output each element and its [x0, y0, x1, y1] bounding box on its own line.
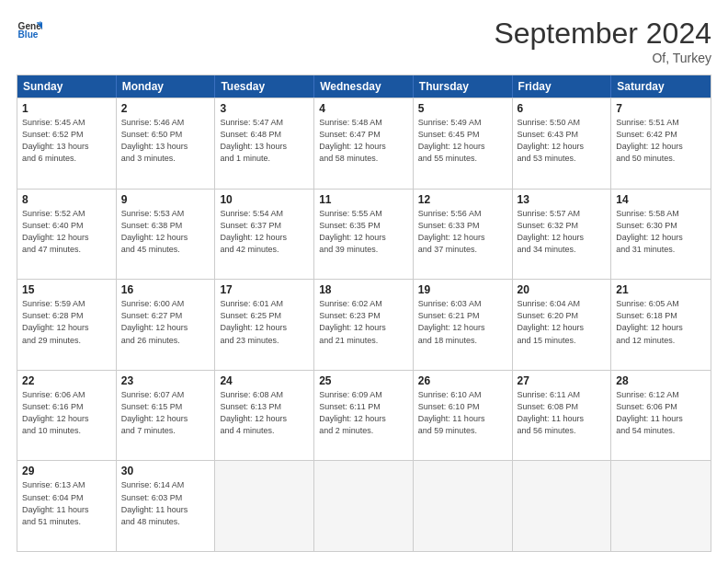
day-number: 21 [616, 283, 706, 296]
weekday-header: Thursday [414, 75, 513, 98]
day-number: 11 [319, 193, 408, 206]
day-info-line: Sunrise: 5:47 AM [220, 117, 309, 128]
day-info-line: and 48 minutes. [121, 516, 210, 527]
calendar-day-cell: 20Sunrise: 6:04 AMSunset: 6:20 PMDayligh… [513, 280, 612, 370]
day-info-line: and 58 minutes. [319, 153, 408, 164]
day-info-line: and 39 minutes. [319, 244, 408, 255]
day-number: 4 [319, 102, 408, 115]
day-info-line: Sunset: 6:13 PM [220, 401, 309, 412]
weekday-header: Saturday [611, 75, 711, 98]
day-info-line: Daylight: 13 hours [22, 141, 111, 152]
month-title: September 2024 [494, 17, 711, 51]
title-block: September 2024 Of, Turkey [494, 17, 711, 65]
day-info-line: Sunset: 6:35 PM [319, 220, 408, 231]
day-info-line: Daylight: 12 hours [616, 232, 706, 243]
svg-text:Blue: Blue [18, 29, 39, 40]
calendar-body: 1Sunrise: 5:45 AMSunset: 6:52 PMDaylight… [17, 98, 711, 551]
day-info-line: Daylight: 12 hours [319, 322, 408, 333]
day-info-line: Sunrise: 6:13 AM [22, 479, 111, 490]
day-info-line: Daylight: 13 hours [121, 141, 210, 152]
day-info-line: Sunrise: 6:09 AM [319, 389, 408, 400]
calendar-day-cell [414, 461, 513, 551]
day-info-line: and 31 minutes. [616, 244, 706, 255]
calendar-day-cell: 18Sunrise: 6:02 AMSunset: 6:23 PMDayligh… [314, 280, 414, 370]
day-info-line: Daylight: 12 hours [121, 413, 210, 424]
day-info-line: Daylight: 13 hours [220, 141, 309, 152]
day-info-line: Daylight: 12 hours [121, 322, 210, 333]
day-info-line: Sunset: 6:43 PM [518, 129, 607, 140]
day-info-line: Sunset: 6:42 PM [616, 129, 706, 140]
day-info-line: Sunrise: 6:14 AM [121, 479, 210, 490]
header: General Blue September 2024 Of, Turkey [17, 17, 711, 65]
calendar-day-cell: 5Sunrise: 5:49 AMSunset: 6:45 PMDaylight… [414, 98, 513, 189]
day-info-line: Sunset: 6:38 PM [121, 220, 210, 231]
calendar: SundayMondayTuesdayWednesdayThursdayFrid… [17, 75, 711, 552]
calendar-day-cell: 19Sunrise: 6:03 AMSunset: 6:21 PMDayligh… [414, 280, 513, 370]
day-info-line: Sunset: 6:03 PM [121, 492, 210, 503]
location-subtitle: Of, Turkey [494, 51, 711, 65]
calendar-day-cell: 17Sunrise: 6:01 AMSunset: 6:25 PMDayligh… [215, 280, 314, 370]
day-info-line: and 7 minutes. [121, 425, 210, 436]
day-info-line: Sunset: 6:37 PM [220, 220, 309, 231]
day-info-line: Sunset: 6:27 PM [121, 310, 210, 321]
day-info-line: Sunrise: 5:58 AM [616, 208, 706, 219]
day-info-line: Sunset: 6:33 PM [418, 220, 507, 231]
weekday-header: Monday [117, 75, 216, 98]
calendar-week-row: 8Sunrise: 5:52 AMSunset: 6:40 PMDaylight… [17, 189, 711, 280]
day-info-line: Daylight: 12 hours [319, 413, 408, 424]
day-info-line: Daylight: 12 hours [518, 322, 607, 333]
day-info-line: and 47 minutes. [22, 244, 111, 255]
day-info-line: Daylight: 12 hours [22, 232, 111, 243]
day-info-line: Daylight: 12 hours [616, 141, 706, 152]
day-info-line: Daylight: 12 hours [220, 322, 309, 333]
day-number: 7 [616, 102, 706, 115]
day-info-line: Sunrise: 6:08 AM [220, 389, 309, 400]
calendar-week-row: 29Sunrise: 6:13 AMSunset: 6:04 PMDayligh… [17, 460, 711, 551]
day-info-line: and 45 minutes. [121, 244, 210, 255]
day-info-line: Daylight: 11 hours [518, 413, 607, 424]
calendar-week-row: 15Sunrise: 5:59 AMSunset: 6:28 PMDayligh… [17, 279, 711, 370]
day-info-line: Daylight: 12 hours [518, 232, 607, 243]
calendar-day-cell [314, 461, 414, 551]
calendar-day-cell: 10Sunrise: 5:54 AMSunset: 6:37 PMDayligh… [215, 190, 314, 280]
day-info-line: Sunset: 6:47 PM [319, 129, 408, 140]
calendar-day-cell: 13Sunrise: 5:57 AMSunset: 6:32 PMDayligh… [513, 190, 612, 280]
day-number: 16 [121, 283, 210, 296]
day-info-line: Daylight: 12 hours [616, 322, 706, 333]
day-info-line: Sunset: 6:10 PM [418, 401, 507, 412]
day-number: 9 [121, 193, 210, 206]
day-info-line: and 34 minutes. [518, 244, 607, 255]
day-number: 8 [22, 193, 111, 206]
day-info-line: Daylight: 11 hours [418, 413, 507, 424]
day-info-line: Sunrise: 5:45 AM [22, 117, 111, 128]
day-info-line: Sunset: 6:28 PM [22, 310, 111, 321]
weekday-header: Wednesday [314, 75, 414, 98]
calendar-day-cell: 30Sunrise: 6:14 AMSunset: 6:03 PMDayligh… [117, 461, 216, 551]
day-info-line: and 15 minutes. [518, 335, 607, 346]
day-info-line: Sunset: 6:06 PM [616, 401, 706, 412]
day-info-line: Sunrise: 6:07 AM [121, 389, 210, 400]
day-info-line: Daylight: 12 hours [220, 413, 309, 424]
day-info-line: and 59 minutes. [418, 425, 507, 436]
day-info-line: and 50 minutes. [616, 153, 706, 164]
day-number: 12 [418, 193, 507, 206]
calendar-day-cell: 7Sunrise: 5:51 AMSunset: 6:42 PMDaylight… [611, 98, 711, 189]
calendar-day-cell [611, 461, 711, 551]
day-info-line: and 23 minutes. [220, 335, 309, 346]
page: General Blue September 2024 Of, Turkey S… [0, 0, 728, 563]
day-info-line: Daylight: 12 hours [418, 232, 507, 243]
day-info-line: Sunrise: 5:54 AM [220, 208, 309, 219]
day-info-line: Sunrise: 5:50 AM [518, 117, 607, 128]
day-info-line: and 10 minutes. [22, 425, 111, 436]
weekday-header: Tuesday [215, 75, 314, 98]
day-info-line: Sunset: 6:08 PM [518, 401, 607, 412]
day-info-line: Daylight: 12 hours [518, 141, 607, 152]
day-number: 6 [518, 102, 607, 115]
day-info-line: and 53 minutes. [518, 153, 607, 164]
day-number: 28 [616, 374, 706, 387]
day-info-line: and 29 minutes. [22, 335, 111, 346]
day-info-line: and 4 minutes. [220, 425, 309, 436]
day-number: 2 [121, 102, 210, 115]
day-info-line: Sunset: 6:04 PM [22, 492, 111, 503]
calendar-day-cell: 3Sunrise: 5:47 AMSunset: 6:48 PMDaylight… [215, 98, 314, 189]
